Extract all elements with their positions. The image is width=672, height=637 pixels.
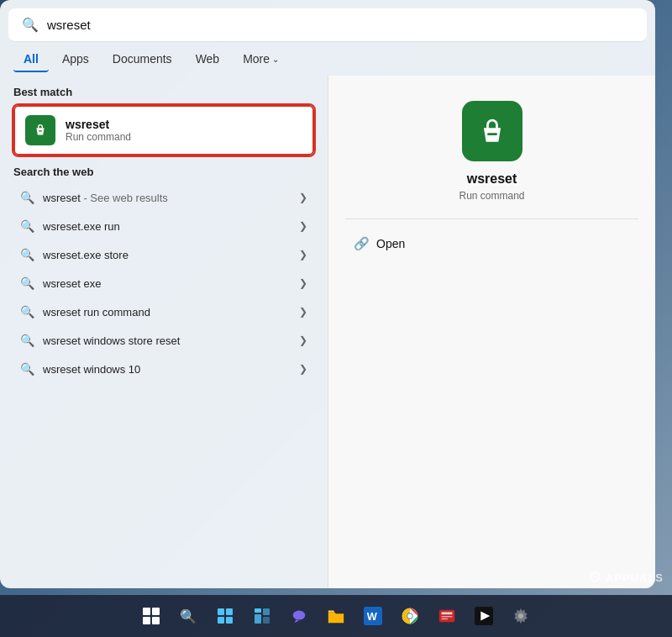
svg-point-10 <box>293 611 306 620</box>
windows-logo-icon <box>143 608 160 624</box>
arrow-icon-4: ❯ <box>299 306 307 318</box>
taskbar-widgets-button[interactable] <box>247 601 277 631</box>
arrow-icon-3: ❯ <box>299 277 307 289</box>
svg-point-16 <box>407 613 412 619</box>
search-web-icon-5: 🔍 <box>20 334 34 347</box>
watermark: ⚙ APPUALS <box>588 568 664 587</box>
taskbar: 🔍 <box>0 595 672 637</box>
web-item-4[interactable]: 🔍 wsreset run command ❯ <box>13 297 314 326</box>
right-app-subtitle: Run command <box>459 190 524 202</box>
search-web-icon-1: 🔍 <box>20 219 34 233</box>
svg-rect-18 <box>442 612 453 614</box>
web-item-3[interactable]: 🔍 wsreset exe ❯ <box>13 269 314 297</box>
web-item-label-0: wsreset - See web results <box>43 192 168 204</box>
svg-rect-4 <box>218 617 224 624</box>
settings-icon <box>512 607 530 625</box>
best-match-title: Best match <box>13 86 314 98</box>
right-panel: wsreset Run command 🔗 Open <box>328 76 655 588</box>
svg-rect-7 <box>263 608 270 615</box>
open-external-icon: 🔗 <box>354 236 370 251</box>
svg-rect-9 <box>263 617 270 624</box>
desktop: 🔍 All Apps Documents Web More ⌄ <box>0 0 672 637</box>
search-web-icon-2: 🔍 <box>20 248 34 261</box>
snip-icon <box>438 607 456 625</box>
search-web-icon-3: 🔍 <box>20 276 34 290</box>
chrome-icon <box>401 607 419 625</box>
search-overlay: 🔍 All Apps Documents Web More ⌄ <box>0 0 655 588</box>
chat-icon <box>290 607 308 625</box>
svg-rect-20 <box>442 619 448 619</box>
svg-rect-6 <box>255 608 261 613</box>
filter-tabs: All Apps Documents Web More ⌄ <box>0 42 655 72</box>
taskbar-media-button[interactable] <box>469 601 499 631</box>
media-icon <box>475 607 493 625</box>
web-item-label-2: wsreset.exe store <box>43 249 129 261</box>
gear-icon: ⚙ <box>588 568 602 587</box>
tab-web[interactable]: Web <box>186 47 230 72</box>
right-app-title: wsreset <box>467 171 517 187</box>
web-item-label-5: wsreset windows store reset <box>43 334 180 347</box>
taskbar-snip-button[interactable] <box>432 601 462 631</box>
search-bar[interactable]: 🔍 <box>8 8 647 42</box>
svg-rect-3 <box>226 608 233 615</box>
chevron-down-icon: ⌄ <box>272 55 279 64</box>
search-web-icon-4: 🔍 <box>20 305 34 318</box>
taskbar-settings-button[interactable] <box>506 601 536 631</box>
search-web-icon-0: 🔍 <box>20 191 34 204</box>
right-app-icon <box>462 101 522 161</box>
best-match-app-subtitle: Run command <box>66 131 131 143</box>
web-search-title: Search the web <box>13 166 314 178</box>
svg-text:W: W <box>367 610 378 623</box>
tab-all[interactable]: All <box>13 47 49 72</box>
arrow-icon-6: ❯ <box>299 363 307 375</box>
left-panel: Best match wsreset <box>0 76 328 588</box>
web-item-label-1: wsreset.exe run <box>43 220 120 233</box>
arrow-icon-1: ❯ <box>299 220 307 232</box>
word-icon: W <box>364 607 382 625</box>
svg-rect-19 <box>442 616 453 617</box>
main-content: Best match wsreset <box>0 76 655 588</box>
open-button[interactable]: 🔗 Open <box>345 231 413 256</box>
best-match-item[interactable]: wsreset Run command <box>13 105 314 155</box>
svg-rect-5 <box>226 617 233 624</box>
best-match-text: wsreset Run command <box>66 118 131 143</box>
search-web-icon-6: 🔍 <box>20 362 34 376</box>
taskbar-word-button[interactable]: W <box>358 601 388 631</box>
tab-more[interactable]: More ⌄ <box>233 47 289 72</box>
web-item-label-4: wsreset run command <box>43 306 150 318</box>
web-item-label-3: wsreset exe <box>43 277 101 290</box>
web-item-2[interactable]: 🔍 wsreset.exe store ❯ <box>13 240 314 269</box>
widgets-icon <box>253 607 271 625</box>
web-item-0[interactable]: 🔍 wsreset - See web results ❯ <box>13 183 314 212</box>
tab-apps[interactable]: Apps <box>52 47 99 72</box>
arrow-icon-2: ❯ <box>299 249 307 261</box>
search-icon: 🔍 <box>22 17 39 33</box>
web-item-5[interactable]: 🔍 wsreset windows store reset ❯ <box>13 326 314 355</box>
svg-rect-2 <box>218 608 224 615</box>
task-view-icon <box>217 608 234 624</box>
taskbar-chat-button[interactable] <box>284 601 314 631</box>
search-taskbar-icon: 🔍 <box>180 608 197 624</box>
wsreset-icon <box>25 115 55 145</box>
taskbar-explorer-button[interactable] <box>321 601 351 631</box>
right-panel-divider <box>345 218 638 219</box>
web-item-label-6: wsreset windows 10 <box>43 363 140 376</box>
arrow-icon-0: ❯ <box>299 192 307 203</box>
taskbar-start-button[interactable] <box>136 601 166 631</box>
best-match-app-name: wsreset <box>66 118 131 131</box>
store-icon <box>31 121 50 140</box>
folder-icon <box>327 607 345 625</box>
web-item-6[interactable]: 🔍 wsreset windows 10 ❯ <box>13 355 314 383</box>
watermark-text: APPUALS <box>606 571 664 584</box>
web-item-1[interactable]: 🔍 wsreset.exe run ❯ <box>13 212 314 240</box>
arrow-icon-5: ❯ <box>299 334 307 346</box>
taskbar-search-button[interactable]: 🔍 <box>173 601 203 631</box>
svg-point-24 <box>518 613 523 619</box>
open-button-label: Open <box>376 237 405 250</box>
svg-rect-8 <box>255 614 261 624</box>
taskbar-chrome-button[interactable] <box>395 601 425 631</box>
search-input[interactable] <box>47 18 633 32</box>
taskbar-taskview-button[interactable] <box>210 601 240 631</box>
tab-documents[interactable]: Documents <box>102 47 182 72</box>
